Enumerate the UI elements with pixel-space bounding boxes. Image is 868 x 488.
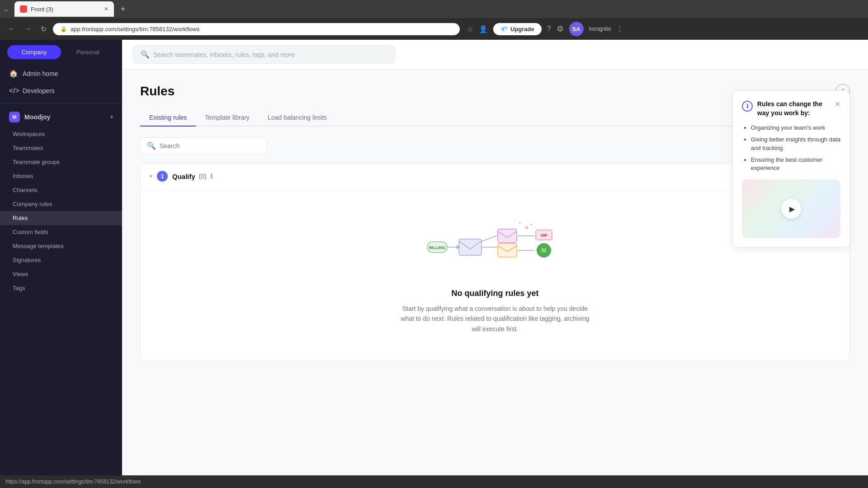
svg-point-15 bbox=[530, 224, 532, 225]
sidebar-item-views[interactable]: Views bbox=[0, 267, 122, 281]
play-button[interactable]: ▶ bbox=[781, 199, 801, 219]
settings-icon[interactable]: ⚙ bbox=[557, 24, 564, 34]
sidebar-item-rules[interactable]: Rules bbox=[0, 211, 122, 225]
browser-toolbar: ← → ↻ 🔒 app.frontapp.com/settings/tim:78… bbox=[0, 18, 868, 40]
sidebar-item-admin-home[interactable]: 🏠 Admin home bbox=[0, 65, 122, 82]
gem-icon: 💎 bbox=[500, 26, 508, 33]
tab-template-library[interactable]: Template library bbox=[196, 109, 259, 127]
address-bar[interactable]: 🔒 app.frontapp.com/settings/tim:7858132/… bbox=[53, 23, 460, 35]
tab-load-balancing-limits[interactable]: Load balancing limits bbox=[259, 109, 336, 127]
page-title: Rules bbox=[140, 84, 175, 99]
sidebar-item-teammates[interactable]: Teammates bbox=[0, 141, 122, 155]
sidebar-item-developers[interactable]: </> Developers bbox=[0, 82, 122, 99]
rules-illustration: BILLING bbox=[423, 216, 567, 280]
qualify-title: Qualify (0) ℹ bbox=[172, 173, 212, 180]
browser-tab-active[interactable]: Front (3) ✕ bbox=[14, 1, 114, 17]
workspace-avatar: M bbox=[9, 112, 20, 122]
browser-tabs: ⌄ Front (3) ✕ + bbox=[0, 0, 868, 18]
rules-label: Rules bbox=[13, 215, 28, 221]
teammates-label: Teammates bbox=[13, 145, 43, 151]
info-panel-header: ℹ Rules can change the way you work by: … bbox=[742, 100, 840, 117]
svg-text:✉: ✉ bbox=[541, 247, 547, 254]
tab-nav-buttons: ⌄ bbox=[4, 5, 9, 13]
sidebar-item-signatures[interactable]: Signatures bbox=[0, 253, 122, 267]
tab-list-icon[interactable]: ⌄ bbox=[4, 5, 9, 13]
qualify-info-icon[interactable]: ℹ bbox=[210, 173, 212, 180]
search-icon: 🔍 bbox=[147, 141, 156, 150]
company-rules-label: Company rules bbox=[13, 201, 52, 207]
profile-icon[interactable]: 👤 bbox=[479, 25, 488, 33]
workspaces-label: Workspaces bbox=[13, 131, 45, 137]
code-icon: </> bbox=[9, 87, 18, 95]
channels-label: Channels bbox=[13, 187, 38, 193]
sidebar-item-message-templates[interactable]: Message templates bbox=[0, 239, 122, 253]
rules-search-input[interactable] bbox=[160, 142, 260, 150]
svg-line-4 bbox=[482, 235, 497, 241]
tab-close-button[interactable]: ✕ bbox=[104, 6, 108, 12]
signatures-label: Signatures bbox=[13, 257, 41, 263]
workspace-name: Moodjoy bbox=[24, 113, 51, 121]
upgrade-label: Upgrade bbox=[510, 26, 534, 33]
qualify-badge: 1 bbox=[157, 171, 168, 182]
tab-favicon bbox=[20, 5, 27, 13]
tab-existing-rules[interactable]: Existing rules bbox=[140, 109, 196, 127]
info-panel-list: Organizing your team's work Giving bette… bbox=[742, 124, 840, 172]
qualify-empty-desc: Start by qualifying what a conversation … bbox=[400, 304, 590, 334]
toolbar-right: ☆ 👤 💎 Upgrade ? ⚙ SA Incognito ⋮ bbox=[467, 22, 623, 36]
sidebar-item-tags[interactable]: Tags bbox=[0, 281, 122, 295]
rules-search-container[interactable]: 🔍 bbox=[140, 137, 267, 154]
svg-text:BILLING: BILLING bbox=[429, 245, 445, 250]
info-panel-close-button[interactable]: ✕ bbox=[835, 100, 840, 108]
global-search-container[interactable]: 🔍 bbox=[133, 45, 395, 64]
sidebar-item-inboxes[interactable]: Inboxes bbox=[0, 169, 122, 183]
forward-button[interactable]: → bbox=[22, 23, 34, 35]
workspace-header[interactable]: M Moodjoy ▾ bbox=[0, 107, 122, 127]
qualify-count: (0) bbox=[199, 173, 207, 180]
sidebar-item-channels[interactable]: Channels bbox=[0, 183, 122, 197]
developers-label: Developers bbox=[23, 87, 55, 94]
global-search-input[interactable] bbox=[153, 51, 387, 58]
sidebar-subsection: Workspaces Teammates Teammate groups Inb… bbox=[0, 127, 122, 295]
tags-label: Tags bbox=[13, 285, 25, 291]
message-templates-label: Message templates bbox=[13, 243, 64, 249]
sidebar-item-company-rules[interactable]: Company rules bbox=[0, 197, 122, 211]
workspace-toggle: Company Personal bbox=[7, 45, 115, 59]
reload-button[interactable]: ↻ bbox=[38, 23, 49, 35]
more-options-icon[interactable]: ⋮ bbox=[616, 25, 623, 33]
custom-fields-label: Custom fields bbox=[13, 229, 48, 235]
sidebar: Company Personal 🏠 Admin home </> Develo… bbox=[0, 40, 122, 475]
info-panel: ℹ Rules can change the way you work by: … bbox=[732, 90, 850, 248]
sidebar-item-teammate-groups[interactable]: Teammate groups bbox=[0, 155, 122, 169]
info-panel-item-2: Giving better insights through data and … bbox=[751, 136, 840, 152]
help-icon[interactable]: ? bbox=[547, 25, 551, 33]
bookmark-icon[interactable]: ☆ bbox=[467, 25, 473, 33]
browser-chrome: ⌄ Front (3) ✕ + ← → ↻ 🔒 app.frontapp.com… bbox=[0, 0, 868, 40]
info-panel-item-1: Organizing your team's work bbox=[751, 124, 840, 132]
address-text: app.frontapp.com/settings/tim:7858132/wo… bbox=[71, 26, 199, 33]
svg-point-16 bbox=[519, 222, 521, 224]
avatar[interactable]: SA bbox=[569, 22, 584, 36]
workspace-initial: M bbox=[12, 114, 16, 120]
tab-title: Front (3) bbox=[31, 6, 100, 13]
new-tab-button[interactable]: + bbox=[116, 2, 130, 16]
video-thumbnail[interactable]: ▶ bbox=[742, 179, 840, 238]
svg-rect-7 bbox=[498, 244, 517, 257]
inboxes-label: Inboxes bbox=[13, 173, 33, 179]
status-bar: https://app.frontapp.com/settings/tim:78… bbox=[0, 475, 868, 488]
qualify-chevron-icon[interactable]: ▾ bbox=[150, 173, 152, 179]
views-label: Views bbox=[13, 271, 28, 277]
search-icon: 🔍 bbox=[141, 50, 150, 59]
sidebar-item-workspaces[interactable]: Workspaces bbox=[0, 127, 122, 141]
upgrade-button[interactable]: 💎 Upgrade bbox=[493, 23, 542, 35]
svg-point-14 bbox=[525, 226, 528, 229]
back-button[interactable]: ← bbox=[5, 23, 18, 35]
status-url: https://app.frontapp.com/settings/tim:78… bbox=[5, 479, 141, 485]
avatar-initials: SA bbox=[572, 26, 580, 33]
sidebar-item-custom-fields[interactable]: Custom fields bbox=[0, 225, 122, 239]
top-search-bar: 🔍 bbox=[122, 40, 868, 70]
personal-tab[interactable]: Personal bbox=[61, 45, 115, 59]
company-tab[interactable]: Company bbox=[7, 45, 61, 59]
admin-home-label: Admin home bbox=[23, 70, 58, 77]
svg-text:VIP: VIP bbox=[541, 233, 547, 238]
info-panel-icon: ℹ bbox=[742, 101, 753, 112]
